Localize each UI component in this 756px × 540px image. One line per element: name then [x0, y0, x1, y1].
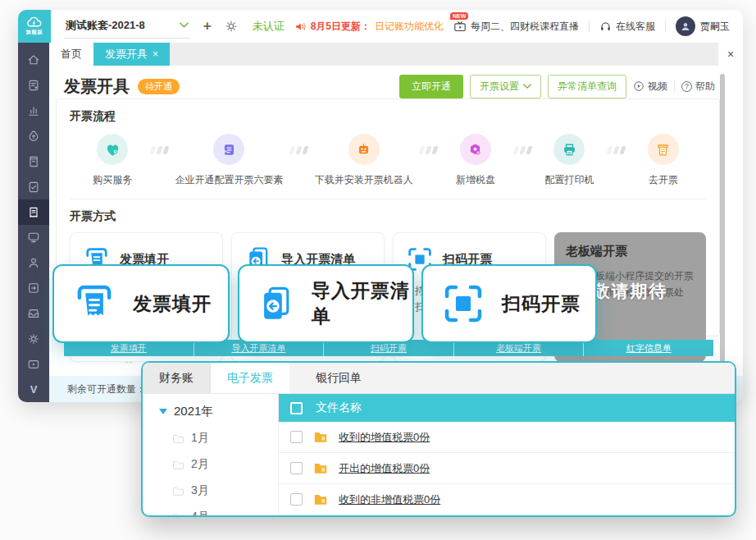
announcement-link[interactable]: 8月5日更新： 日记账功能优化: [294, 20, 444, 34]
tree-month-jan[interactable]: 1月: [172, 431, 278, 446]
tree-expand-icon[interactable]: [159, 409, 167, 414]
heart-icon: [97, 134, 128, 165]
file-link[interactable]: 开出的增值税票0份: [339, 461, 430, 476]
invoice-settings-button[interactable]: 开票设置: [470, 75, 541, 98]
select-all-checkbox[interactable]: [290, 402, 303, 414]
chevron-down-icon: [180, 22, 189, 29]
topbar-right: 8月5日更新： 日记账功能优化 NEW 每周二、四财税课程直播 在线客服: [294, 16, 730, 36]
new-badge: NEW: [450, 12, 468, 20]
tree-month-mar[interactable]: 3月: [172, 483, 278, 498]
sidebar-item-home[interactable]: [18, 48, 49, 73]
video-link[interactable]: 视频: [633, 80, 667, 94]
activate-now-button[interactable]: 立即开通: [399, 75, 463, 98]
step-label: 企业开通配置开票六要素: [175, 173, 283, 187]
add-account-button[interactable]: +: [203, 18, 212, 34]
sidebar: V: [18, 43, 49, 402]
sidebar-item-reports[interactable]: [18, 98, 49, 124]
tabbar-close-button[interactable]: ×: [718, 43, 743, 66]
sidebar-item-invoice[interactable]: [18, 199, 49, 225]
tab-e-invoice[interactable]: 电子发票: [211, 363, 289, 393]
help-link[interactable]: ? 帮助: [681, 80, 715, 94]
invoice-icon: [27, 206, 40, 219]
question-icon: ?: [681, 81, 692, 92]
file-row-received-non-vat: 收到的非增值税票0份: [279, 484, 735, 515]
step-add-tax-disk: 新增税盘: [444, 134, 507, 187]
tree-month-label: 2月: [191, 457, 209, 472]
account-name: 测试账套-2021-8: [66, 18, 145, 33]
printer-icon: [553, 134, 585, 165]
vertical-scrollbar[interactable]: [720, 74, 725, 369]
step-arrow: [143, 146, 175, 154]
tree-month-label: 1月: [191, 431, 209, 446]
tree-month-apr[interactable]: 4月: [172, 510, 278, 517]
checkout-icon: [27, 281, 40, 295]
announcement-date: 8月5日更新：: [311, 20, 371, 34]
live-course-link[interactable]: NEW 每周二、四财税课程直播: [453, 20, 579, 34]
voucher-icon: [27, 79, 40, 92]
sidebar-item-assets[interactable]: [18, 225, 49, 250]
page-title: 发票开具: [64, 76, 130, 98]
divider: [665, 21, 666, 32]
v-logo-icon: V: [30, 383, 38, 396]
step-label: 购买服务: [93, 173, 132, 187]
tree-year-2021[interactable]: 2021年: [159, 404, 278, 419]
popup-scan-invoice[interactable]: 扫码开票: [421, 264, 597, 343]
gear-icon: [27, 332, 40, 346]
sidebar-item-ledger[interactable]: [18, 149, 49, 174]
row-checkbox[interactable]: [290, 431, 303, 443]
process-steps: 购买服务 企业开通配置开票六要素 下载并安装开票机器人: [70, 134, 706, 187]
online-support-label: 在线客服: [616, 20, 655, 34]
sidebar-item-checkout[interactable]: [18, 276, 49, 301]
sidebar-item-voucher[interactable]: [18, 73, 49, 98]
status-badge: 待开通: [138, 79, 180, 94]
play-circle-icon: [633, 80, 644, 92]
online-support-link[interactable]: 在线客服: [599, 20, 655, 34]
step-label: 下载并安装开票机器人: [315, 173, 413, 187]
sidebar-item-statement[interactable]: [18, 174, 49, 199]
abnormal-list-query-button[interactable]: 异常清单查询: [548, 75, 626, 98]
process-section-title: 开票流程: [70, 109, 706, 124]
help-label: 帮助: [695, 80, 715, 94]
step-label: 新增税盘: [456, 173, 495, 187]
settings-gear-button[interactable]: [225, 20, 238, 33]
tab-close-icon[interactable]: ×: [153, 48, 158, 60]
segment-red-letter[interactable]: 红字信息单: [584, 340, 713, 356]
username: 贾嗣玉: [700, 20, 730, 34]
cloud-logo-icon: [25, 16, 43, 28]
tab-invoice-label: 发票开具: [105, 47, 148, 62]
remaining-count: 剩余可开通数量：0: [67, 382, 152, 396]
step-install-robot: 下载并安装开票机器人: [315, 134, 413, 187]
file-name-column-header: 文件名称: [316, 400, 362, 415]
folder-icon: [313, 462, 328, 474]
sidebar-item-archive[interactable]: [18, 301, 49, 327]
tab-bank-receipt[interactable]: 银行回单: [299, 363, 378, 393]
row-checkbox[interactable]: [290, 462, 303, 474]
file-link[interactable]: 收到的非增值税票0份: [339, 492, 440, 507]
tab-finance-account[interactable]: 财务账: [143, 363, 211, 393]
auth-status[interactable]: 未认证: [253, 19, 285, 34]
video-label: 视频: [648, 80, 667, 94]
account-selector[interactable]: 测试账套-2021-8: [64, 15, 190, 39]
person-icon: [680, 21, 691, 32]
methods-section-title: 开票方式: [70, 209, 706, 224]
clipboard-icon: [213, 134, 244, 165]
popup-invoice-fill[interactable]: 发票填开: [52, 264, 230, 343]
user-menu[interactable]: 贾嗣玉: [676, 16, 730, 36]
tab-invoice-issue[interactable]: 发票开具 ×: [93, 43, 170, 66]
app-logo[interactable]: 旗舰版: [18, 10, 51, 43]
folder-outline-icon: [172, 460, 184, 470]
sidebar-item-tutorials[interactable]: [18, 351, 49, 377]
sidebar-item-settings[interactable]: [18, 326, 49, 351]
tab-home[interactable]: 首页: [49, 43, 93, 66]
sidebar-item-salary[interactable]: [18, 250, 49, 276]
popup-import-list[interactable]: 导入开票清单: [238, 264, 414, 343]
hexagon-icon: [460, 134, 491, 165]
sidebar-item-funds[interactable]: [18, 124, 49, 149]
step-buy-service: 购买服务: [81, 134, 143, 187]
tree-month-feb[interactable]: 2月: [172, 457, 278, 472]
row-checkbox[interactable]: [290, 493, 303, 506]
file-link[interactable]: 收到的增值税票0份: [339, 430, 430, 445]
step-configure-elements: 企业开通配置开票六要素: [175, 134, 283, 187]
page-header: 发票开具 待开通 立即开通 开票设置 异常清单查询 视频 ?: [64, 72, 715, 100]
sidebar-item-brand[interactable]: V: [18, 377, 49, 402]
